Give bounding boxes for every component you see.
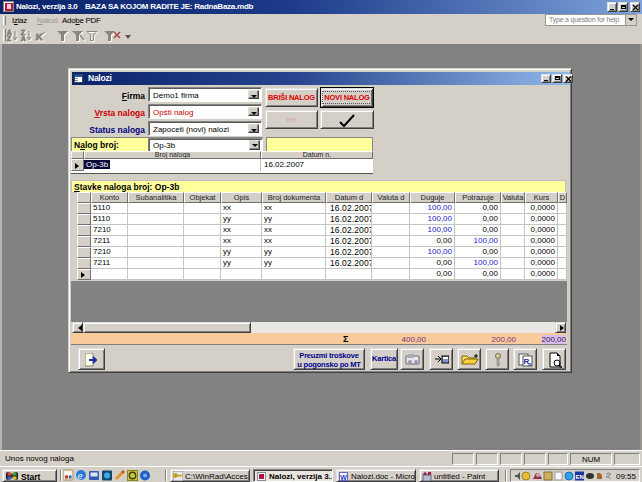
svg-text:e: e [78,471,83,481]
svg-text:EN: EN [576,474,584,480]
